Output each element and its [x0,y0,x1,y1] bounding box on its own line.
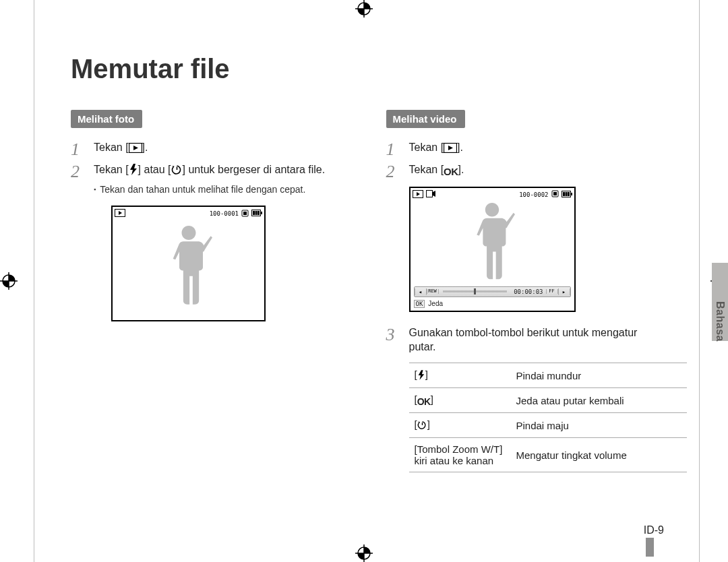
pause-label: Jeda [428,300,443,307]
person-silhouette-icon [165,226,212,312]
svg-rect-20 [243,212,247,215]
video-step-2: Tekan [OK]. [386,162,665,179]
photo-step-1: Tekan []. [71,140,349,157]
crop-guide-left [34,0,34,562]
flash-icon [417,370,425,382]
photo-note: Tekan dan tahan untuk melihat file denga… [94,184,349,195]
ok-button-icon: OK [417,396,431,407]
svg-marker-39 [418,370,424,380]
self-timer-icon [417,420,427,432]
key-cell: [] [409,413,511,438]
key-cell: [Tombol Zoom W/T] kiri atau ke kanan [409,438,511,472]
battery-icon [251,210,262,218]
section-viewing-photos: Melihat foto Tekan []. Tekan [] atau [] … [71,110,349,472]
svg-rect-35 [563,192,565,196]
movie-icon [426,190,435,199]
svg-marker-18 [119,211,122,215]
person-silhouette-icon [469,203,515,287]
photo-step-2: Tekan [] atau [] untuk bergeser di antar… [71,162,349,179]
forward-icon: ▸ [558,288,570,295]
svg-rect-38 [571,193,572,195]
desc-cell: Mengatur tingkat volume [511,438,688,472]
elapsed-time: 00:00:03 [514,288,543,295]
svg-rect-36 [565,192,567,196]
scan-back-icon: REW [427,289,439,294]
video-screen-illustration: 100-0002 ◂ REW 00:00:03 FF ▸ [409,187,576,312]
svg-marker-14 [130,164,137,175]
svg-rect-37 [568,192,570,196]
playback-mode-icon [413,190,423,199]
svg-marker-29 [417,192,420,196]
registration-mark-left [0,272,18,290]
table-row: [Tombol Zoom W/T] kiri atau ke kanan Men… [409,438,688,472]
play-button-icon [129,142,142,157]
desc-cell: Pindai mundur [511,363,688,388]
file-counter: 100-0002 [519,191,548,198]
svg-marker-31 [433,191,435,197]
svg-rect-25 [261,212,262,214]
photo-screen-illustration: 100-0001 [111,206,266,321]
flash-icon [129,164,138,179]
card-icon [551,190,559,199]
language-tab-label: Bahasa [714,301,726,342]
svg-marker-13 [133,146,138,150]
video-step-1: Tekan []. [386,140,665,157]
ok-indicator-icon: OK [414,300,425,308]
rewind-icon: ◂ [415,288,427,295]
play-button-icon [444,142,457,157]
ok-button-icon: OK [444,165,458,179]
video-progress-bar: ◂ REW 00:00:03 FF ▸ [414,286,571,297]
video-step-3: Gunakan tombol-tombol berikut untuk meng… [386,325,665,354]
table-row: [OK] Jeda atau putar kembali [409,388,688,413]
section-label-video: Melihat video [386,110,465,128]
scan-fwd-icon: FF [546,289,558,294]
svg-marker-27 [448,146,453,150]
svg-rect-24 [257,211,260,215]
crop-guide-right [699,0,700,562]
svg-rect-22 [253,211,255,215]
svg-rect-33 [553,192,557,195]
desc-cell: Jeda atau putar kembali [511,388,688,413]
svg-rect-23 [255,211,257,215]
table-row: [] Pindai maju [409,413,688,438]
section-label-photo: Melihat foto [71,110,142,128]
key-cell: [] [409,363,511,388]
page-number: ID-9 [644,524,664,536]
section-viewing-video: Melihat video Tekan []. Tekan [OK]. 100-… [386,110,665,472]
playback-controls-table: [] Pindai mundur [OK] Jeda atau putar ke… [409,363,688,472]
card-icon [241,210,249,218]
file-counter: 100-0001 [210,210,239,217]
svg-rect-30 [426,191,432,197]
key-cell: [OK] [409,388,511,413]
registration-mark-bottom [355,544,373,562]
registration-mark-top [355,0,373,18]
battery-icon [562,191,572,199]
self-timer-icon [171,164,183,179]
page-marker [646,538,654,557]
page-title: Memutar file [71,54,664,84]
desc-cell: Pindai maju [511,413,688,438]
table-row: [] Pindai mundur [409,363,688,388]
playback-mode-icon [115,209,125,218]
language-tab: Bahasa [712,263,728,341]
